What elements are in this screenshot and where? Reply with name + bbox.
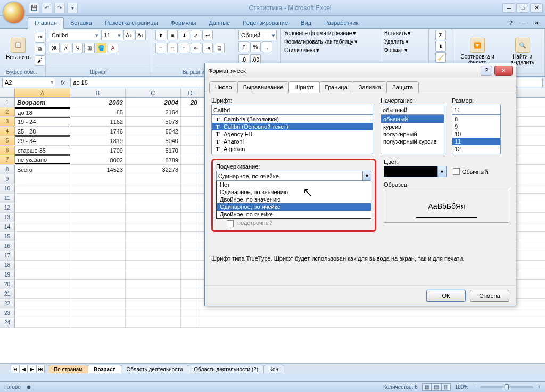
border-icon[interactable]: ⊞ [84, 43, 95, 53]
prev-sheet-icon[interactable]: ◀ [19, 365, 28, 373]
cell[interactable] [15, 261, 70, 270]
cell[interactable] [70, 241, 126, 251]
paste-button[interactable]: 📋 Вставить [3, 36, 34, 62]
row-header[interactable]: 16 [0, 241, 15, 251]
cell[interactable] [181, 222, 200, 231]
cell[interactable] [15, 251, 70, 260]
cell[interactable] [181, 174, 200, 184]
cell[interactable] [181, 107, 200, 116]
cell[interactable] [70, 318, 126, 327]
cell[interactable] [15, 174, 70, 184]
comma-icon[interactable]: , [262, 41, 272, 52]
page-layout-view-icon[interactable]: ▤ [432, 383, 441, 391]
cell[interactable] [15, 318, 70, 327]
cell[interactable]: 32278 [126, 165, 181, 174]
sheet-tab-3[interactable]: Область деятельности (2) [188, 365, 264, 373]
number-format-combo[interactable]: Общий [238, 30, 277, 40]
cell[interactable] [126, 308, 181, 318]
cell[interactable] [181, 280, 200, 289]
cell[interactable] [126, 184, 181, 193]
orientation-icon[interactable]: ⤢ [191, 30, 201, 40]
row-header[interactable]: 5 [0, 136, 15, 145]
cell[interactable] [15, 308, 70, 318]
cell[interactable] [181, 241, 200, 251]
align-center-icon[interactable]: ≡ [167, 43, 178, 53]
name-box[interactable]: A2 [2, 78, 55, 87]
zoom-level[interactable]: 100% [455, 384, 469, 390]
zoom-slider[interactable] [480, 386, 533, 388]
last-sheet-icon[interactable]: ⏭ [36, 365, 45, 373]
row-header[interactable]: 4 [0, 127, 15, 136]
cell[interactable] [126, 194, 181, 203]
font-color-combo[interactable]: ▼ [384, 166, 447, 177]
tab-insert[interactable]: Вставка [64, 18, 98, 28]
row-header[interactable]: 24 [0, 318, 15, 327]
bold-button[interactable]: Ж [49, 43, 60, 53]
cell[interactable] [70, 174, 126, 184]
conditional-formatting-button[interactable]: Условное форматирование [284, 30, 352, 36]
italic-button[interactable]: К [61, 43, 71, 53]
row-header[interactable]: 12 [0, 203, 15, 212]
align-left-icon[interactable]: ≡ [155, 43, 166, 53]
cell[interactable] [70, 222, 126, 231]
color-dropdown-icon[interactable]: ▼ [437, 166, 447, 177]
cell[interactable] [126, 232, 181, 241]
cell[interactable] [70, 251, 126, 260]
row-header[interactable]: 19 [0, 270, 15, 279]
insert-cells-button[interactable]: Вставить [384, 30, 407, 36]
cell[interactable] [70, 261, 126, 270]
row-header[interactable]: 15 [0, 232, 15, 241]
row-header[interactable]: 22 [0, 299, 15, 308]
cell[interactable] [70, 213, 126, 222]
cell[interactable] [15, 270, 70, 279]
cell[interactable] [181, 213, 200, 222]
row-header[interactable]: 21 [0, 289, 15, 298]
underline-opt-double-value[interactable]: Двойное, по значению [217, 196, 371, 203]
maximize-button[interactable]: ▭ [516, 3, 529, 13]
save-icon[interactable]: 💾 [29, 3, 39, 13]
cell[interactable] [70, 184, 126, 193]
office-button[interactable] [2, 1, 26, 24]
col-header-b[interactable]: B [70, 88, 126, 97]
row-header[interactable]: 14 [0, 222, 15, 231]
format-as-table-button[interactable]: Форматировать как таблицу [284, 39, 353, 45]
cell[interactable]: 5040 [126, 136, 181, 145]
cell[interactable]: 5073 [126, 117, 181, 126]
row-header[interactable]: 10 [0, 184, 15, 193]
cell[interactable]: 5170 [126, 146, 181, 155]
font-color-icon[interactable]: A [108, 43, 118, 53]
underline-opt-none[interactable]: Нет [217, 181, 371, 188]
cell[interactable] [15, 289, 70, 298]
cell[interactable] [181, 165, 200, 174]
row-header[interactable]: 23 [0, 308, 15, 318]
cell[interactable] [15, 222, 70, 231]
decrease-font-icon[interactable]: A↓ [135, 30, 146, 40]
dlg-tab-number[interactable]: Число [209, 81, 238, 93]
cell[interactable] [126, 241, 181, 251]
cell[interactable]: 8789 [126, 155, 181, 164]
cell[interactable] [126, 251, 181, 260]
cell[interactable] [126, 213, 181, 222]
format-painter-icon[interactable]: 🖌 [35, 55, 45, 66]
sheet-tab-4[interactable]: Кон [263, 365, 284, 373]
cell[interactable]: 1746 [70, 127, 126, 136]
sheet-tab-0[interactable]: По странам [48, 365, 88, 373]
row-header[interactable]: 13 [0, 213, 15, 222]
cell[interactable] [15, 194, 70, 203]
align-bottom-icon[interactable]: ⬇ [179, 30, 189, 40]
next-sheet-icon[interactable]: ▶ [28, 365, 36, 373]
cell[interactable] [181, 251, 200, 260]
align-right-icon[interactable]: ≡ [179, 43, 189, 53]
cell[interactable] [126, 299, 181, 308]
sheet-tab-2[interactable]: Область деятельности [121, 365, 189, 373]
cell[interactable] [181, 318, 200, 327]
cell[interactable]: не указано [15, 155, 70, 164]
col-header-d[interactable]: D [181, 88, 200, 97]
cell[interactable]: 6042 [126, 127, 181, 136]
font-name-combo[interactable]: Calibri [49, 30, 100, 40]
cell[interactable] [126, 222, 181, 231]
cell[interactable] [181, 261, 200, 270]
cell[interactable]: 29 - 34 [15, 136, 70, 145]
undo-icon[interactable]: ↶ [42, 3, 52, 13]
row-header[interactable]: 3 [0, 117, 15, 126]
